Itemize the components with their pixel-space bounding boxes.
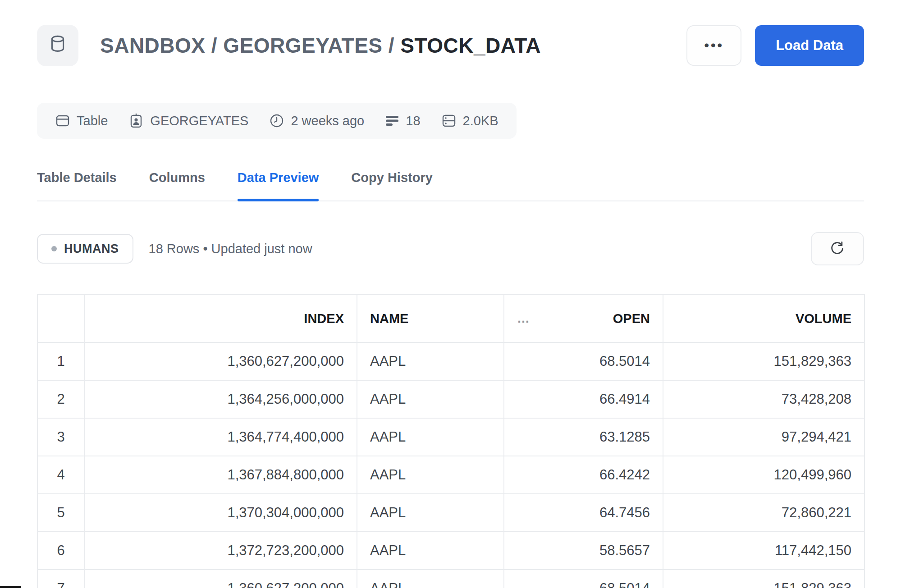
column-header-index: INDEX — [84, 295, 357, 342]
preview-toolbar: HUMANS 18 Rows • Updated just now — [37, 232, 864, 265]
table-icon — [55, 113, 70, 128]
name-cell: AAPL — [357, 532, 504, 570]
hidden-columns-indicator-icon[interactable]: … — [517, 311, 531, 326]
name-cell: AAPL — [357, 456, 504, 494]
volume-cell: 151,829,363 — [663, 342, 864, 380]
grid-header-row: INDEX NAME … OPEN VOLUME — [37, 295, 864, 342]
preview-summary: 18 Rows • Updated just now — [149, 242, 312, 256]
row-number-cell: 3 — [37, 418, 84, 456]
tab-copy-history[interactable]: Copy History — [351, 170, 432, 201]
table-row: 7 1,360,627,200,000 AAPL 68.5014 151,829… — [37, 570, 864, 588]
index-cell: 1,367,884,800,000 — [84, 456, 357, 494]
screenshot-edge-artifact — [0, 586, 21, 588]
index-cell: 1,364,774,400,000 — [84, 418, 357, 456]
name-cell: AAPL — [357, 342, 504, 380]
clock-icon — [269, 113, 284, 128]
row-number-cell: 5 — [37, 494, 84, 532]
column-header-volume: VOLUME — [663, 295, 864, 342]
tab-data-preview[interactable]: Data Preview — [238, 170, 319, 201]
table-row: 3 1,364,774,400,000 AAPL 63.1285 97,294,… — [37, 418, 864, 456]
table-row: 4 1,367,884,800,000 AAPL 66.4242 120,499… — [37, 456, 864, 494]
volume-cell: 97,294,421 — [663, 418, 864, 456]
volume-cell: 73,428,208 — [663, 380, 864, 418]
table-row: 5 1,370,304,000,000 AAPL 64.7456 72,860,… — [37, 494, 864, 532]
meta-owner-label: GEORGEYATES — [150, 114, 248, 128]
name-cell: AAPL — [357, 570, 504, 588]
tab-table-details[interactable]: Table Details — [37, 170, 117, 201]
open-cell: 68.5014 — [504, 570, 663, 588]
index-cell: 1,364,256,000,000 — [84, 380, 357, 418]
meta-type-label: Table — [77, 114, 108, 128]
column-header-open: … OPEN — [504, 295, 663, 342]
meta-size: 2.0KB — [441, 113, 499, 128]
load-data-button[interactable]: Load Data — [755, 25, 864, 66]
open-cell: 64.7456 — [504, 494, 663, 532]
data-preview-grid: INDEX NAME … OPEN VOLUME 1 1,360,627,200… — [37, 294, 864, 588]
open-cell: 68.5014 — [504, 342, 663, 380]
table-row: 2 1,364,256,000,000 AAPL 66.4914 73,428,… — [37, 380, 864, 418]
index-cell: 1,360,627,200,000 — [84, 570, 357, 588]
volume-cell: 120,499,960 — [663, 456, 864, 494]
schema-badge[interactable]: HUMANS — [37, 234, 133, 264]
open-cell: 66.4242 — [504, 456, 663, 494]
more-actions-button[interactable]: ••• — [686, 25, 741, 66]
table-row: 1 1,360,627,200,000 AAPL 68.5014 151,829… — [37, 342, 864, 380]
table-row: 6 1,372,723,200,000 AAPL 58.5657 117,442… — [37, 532, 864, 570]
column-header-name: NAME — [357, 295, 504, 342]
meta-owner: GEORGEYATES — [128, 113, 248, 129]
database-icon — [48, 34, 68, 57]
table-meta-bar: Table GEORGEYATES 2 weeks ago — [37, 103, 517, 139]
index-cell: 1,370,304,000,000 — [84, 494, 357, 532]
volume-cell: 117,442,150 — [663, 532, 864, 570]
page-title: SANDBOX / GEORGEYATES / STOCK_DATA — [100, 33, 541, 58]
storage-icon — [441, 113, 457, 128]
meta-updated-label: 2 weeks ago — [291, 114, 364, 128]
open-cell: 66.4914 — [504, 380, 663, 418]
meta-size-value: 2.0KB — [463, 114, 499, 128]
index-cell: 1,360,627,200,000 — [84, 342, 357, 380]
row-number-cell: 1 — [37, 342, 84, 380]
name-cell: AAPL — [357, 380, 504, 418]
schema-dot-icon — [51, 246, 57, 251]
breadcrumb: SANDBOX / GEORGEYATES / — [100, 34, 400, 57]
row-number-cell: 2 — [37, 380, 84, 418]
table-detail-page: SANDBOX / GEORGEYATES / STOCK_DATA ••• L… — [0, 0, 901, 588]
meta-row-count-value: 18 — [406, 114, 420, 128]
refresh-button[interactable] — [811, 232, 864, 265]
table-name: STOCK_DATA — [400, 34, 541, 57]
schema-badge-label: HUMANS — [64, 242, 119, 256]
volume-cell: 151,829,363 — [663, 570, 864, 588]
open-cell: 58.5657 — [504, 532, 663, 570]
tab-columns[interactable]: Columns — [149, 170, 205, 201]
refresh-icon — [829, 239, 846, 258]
open-cell: 63.1285 — [504, 418, 663, 456]
detail-tabs: Table Details Columns Data Preview Copy … — [37, 170, 864, 201]
meta-row-count: 18 — [385, 114, 420, 128]
name-cell: AAPL — [357, 418, 504, 456]
index-cell: 1,372,723,200,000 — [84, 532, 357, 570]
row-number-cell: 7 — [37, 570, 84, 588]
column-header-open-label: OPEN — [613, 311, 663, 326]
name-cell: AAPL — [357, 494, 504, 532]
volume-cell: 72,860,221 — [663, 494, 864, 532]
row-number-cell: 6 — [37, 532, 84, 570]
meta-updated: 2 weeks ago — [269, 113, 364, 128]
id-badge-icon — [128, 113, 144, 129]
row-number-header — [37, 295, 84, 342]
table-entity-icon-box — [37, 25, 78, 66]
rows-icon — [385, 114, 399, 128]
row-number-cell: 4 — [37, 456, 84, 494]
page-header: SANDBOX / GEORGEYATES / STOCK_DATA ••• L… — [37, 25, 864, 66]
meta-type: Table — [55, 113, 108, 128]
